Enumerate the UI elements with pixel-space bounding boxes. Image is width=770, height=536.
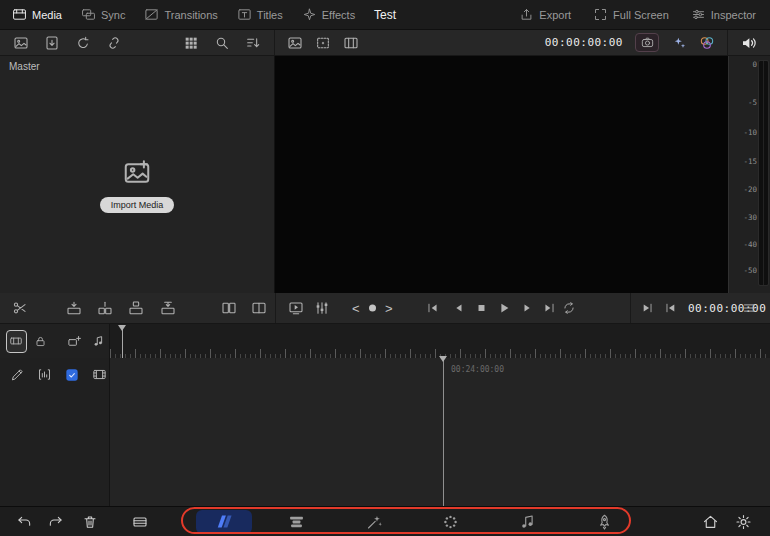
- add-audio-icon: [91, 334, 106, 349]
- search-icon[interactable]: [214, 35, 230, 51]
- audio-meter-toggle-icon[interactable]: [37, 367, 52, 382]
- lock-tracks-button[interactable]: [31, 330, 51, 353]
- import-media-area: Import Media: [0, 158, 274, 213]
- settings-icon[interactable]: [735, 513, 752, 530]
- add-audio-track-button[interactable]: [89, 330, 109, 353]
- dual-timeline-view-icon[interactable]: [251, 300, 267, 316]
- main-area: Master Import Media 0 -5 -10 -15 -20 -30…: [0, 56, 770, 293]
- vfx-page-icon[interactable]: [366, 513, 383, 530]
- video-track-icon[interactable]: [92, 367, 107, 382]
- audio-monitor-header: [728, 30, 770, 55]
- magic-mask-icon[interactable]: [671, 35, 687, 51]
- jump-to-start-icon[interactable]: [426, 302, 439, 315]
- retime-controls-icon[interactable]: [314, 300, 330, 316]
- undo-icon[interactable]: [16, 514, 32, 530]
- delete-icon[interactable]: [82, 514, 98, 530]
- titles-icon: [237, 7, 252, 22]
- import-media-button[interactable]: Import Media: [100, 197, 175, 213]
- effects-icon: [302, 7, 317, 22]
- timeline-playhead[interactable]: [443, 358, 444, 506]
- relink-media-icon[interactable]: [106, 35, 122, 51]
- meter-label-neg10: -10: [741, 128, 757, 137]
- tab-media[interactable]: Media: [12, 7, 62, 22]
- step-back-icon[interactable]: [452, 302, 465, 315]
- media-category-tabs: Media Sync Transitions Titles Effects: [12, 7, 355, 22]
- project-title: Test: [374, 8, 396, 22]
- viewer-media-icon[interactable]: [287, 35, 303, 51]
- media-pool-panel: Master Import Media: [0, 56, 275, 293]
- play-from-start-icon[interactable]: [664, 302, 677, 315]
- media-pool-toolbar: [0, 30, 275, 55]
- transport-toolbar: < > 00:00:00:00: [0, 293, 770, 324]
- fairlight-page-icon[interactable]: [519, 513, 536, 530]
- meter-label-0: 0: [741, 60, 757, 69]
- timeline-ruler[interactable]: [110, 324, 770, 358]
- trim-tool-button[interactable]: [6, 330, 27, 353]
- trim-point-button[interactable]: [369, 305, 376, 312]
- split-clip-icon[interactable]: [12, 300, 28, 316]
- tab-sync[interactable]: Sync: [81, 7, 125, 22]
- step-forward-icon[interactable]: [521, 302, 534, 315]
- add-clip-icon: [67, 334, 82, 349]
- meter-label-neg40: -40: [741, 240, 757, 249]
- media-pool-clips-icon[interactable]: [13, 35, 29, 51]
- jump-to-end-icon[interactable]: [543, 302, 556, 315]
- meter-label-neg30: -30: [741, 213, 757, 222]
- home-icon[interactable]: [702, 513, 719, 530]
- keyframe-pen-icon[interactable]: [10, 367, 25, 382]
- timeline-options-menu-icon[interactable]: [742, 301, 757, 316]
- edit-page-icon[interactable]: [288, 513, 305, 530]
- viewer-timecode: 00:00:00:00: [545, 36, 623, 49]
- tab-transitions[interactable]: Transitions: [144, 7, 217, 22]
- add-video-track-button[interactable]: [64, 330, 84, 353]
- top-actions: Export Full Screen Inspector: [519, 7, 756, 22]
- tab-effects[interactable]: Effects: [302, 7, 355, 22]
- speaker-icon[interactable]: [740, 34, 758, 52]
- loop-playback-icon[interactable]: [562, 301, 576, 315]
- tab-sync-label: Sync: [101, 9, 125, 21]
- timeline-tracks[interactable]: 00:24:00:00: [110, 358, 770, 506]
- import-media-icon[interactable]: [44, 35, 60, 51]
- audio-level-meter: 0 -5 -10 -15 -20 -30 -40 -50: [728, 56, 770, 293]
- fullscreen-icon: [593, 7, 608, 22]
- color-page-icon[interactable]: [442, 513, 459, 530]
- cut-page-button[interactable]: [196, 510, 252, 534]
- safe-area-icon[interactable]: [315, 35, 331, 51]
- stop-icon[interactable]: [475, 302, 488, 315]
- deliver-page-icon[interactable]: [596, 513, 613, 530]
- thumbnail-view-icon[interactable]: [183, 35, 199, 51]
- trim-tool-icon: [9, 334, 23, 348]
- export-label: Export: [539, 9, 571, 21]
- inspector-button[interactable]: Inspector: [691, 7, 756, 22]
- mini-timeline-playhead[interactable]: [122, 327, 123, 358]
- viewer[interactable]: [275, 56, 728, 293]
- resync-media-icon[interactable]: [75, 35, 91, 51]
- play-icon[interactable]: [497, 301, 511, 315]
- play-to-end-icon[interactable]: [641, 302, 654, 315]
- place-on-top-icon[interactable]: [66, 300, 82, 316]
- camera-button[interactable]: [635, 33, 659, 52]
- timeline-view-icon[interactable]: [221, 300, 237, 316]
- append-clip-icon[interactable]: [97, 300, 113, 316]
- bottom-bar: [0, 506, 770, 536]
- color-wheels-icon[interactable]: [699, 35, 715, 51]
- live-overwrite-icon[interactable]: [288, 300, 304, 316]
- track-header: [0, 358, 110, 506]
- meter-label-neg15: -15: [741, 157, 757, 166]
- tab-media-label: Media: [32, 9, 62, 21]
- nudge-left-button[interactable]: <: [352, 302, 360, 315]
- playhead-position-label: 00:24:00:00: [451, 365, 504, 374]
- redo-icon[interactable]: [48, 514, 64, 530]
- export-icon: [519, 7, 534, 22]
- sort-icon[interactable]: [245, 35, 261, 51]
- export-button[interactable]: Export: [519, 7, 571, 22]
- insert-clip-icon[interactable]: [128, 300, 144, 316]
- timeline-toolbar-row: [0, 324, 770, 358]
- overwrite-clip-icon[interactable]: [160, 300, 176, 316]
- nudge-right-button[interactable]: >: [385, 302, 393, 315]
- tab-titles[interactable]: Titles: [237, 7, 283, 22]
- fullscreen-button[interactable]: Full Screen: [593, 7, 669, 22]
- viewer-layout-icon[interactable]: [343, 35, 359, 51]
- track-badge-icon[interactable]: [64, 367, 80, 383]
- keyboard-toggle-icon[interactable]: [132, 514, 148, 530]
